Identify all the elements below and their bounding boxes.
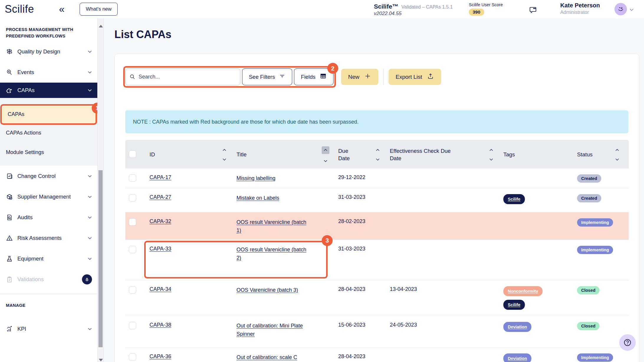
sidebar-item-capas[interactable]: CAPAs xyxy=(0,83,97,98)
sort-asc-icon[interactable] xyxy=(374,148,381,153)
chevron-down-icon xyxy=(88,70,92,75)
box-check-icon xyxy=(6,193,13,200)
capa-id-link[interactable]: CAPA-32 xyxy=(150,218,171,224)
tags-cell: Scilife xyxy=(503,188,576,212)
sidebar-item-risk-assessments[interactable]: Risk Assessments xyxy=(0,228,97,248)
tag-nonconformity[interactable]: Nonconformity xyxy=(503,286,543,296)
capa-title-link[interactable]: Out of calibration: Mini Plate Spinner xyxy=(236,322,311,338)
whats-new-label: What's new xyxy=(86,6,111,12)
sort-asc-icon[interactable] xyxy=(221,148,228,153)
tag-deviation[interactable]: Deviation xyxy=(503,322,531,332)
sidebar-item-audits[interactable]: Audits xyxy=(0,207,97,228)
capa-title-link[interactable]: OOS result Varenicline (batch 2) xyxy=(236,246,311,262)
user-avatar[interactable] xyxy=(615,3,627,15)
sidebar-nav: PROCESS MANAGEMENT WITH PREDEFINED WORKF… xyxy=(0,18,97,362)
sort-desc-icon[interactable] xyxy=(322,159,329,163)
capa-id-link[interactable]: CAPA-33 xyxy=(150,246,171,252)
fields-button[interactable]: Fields xyxy=(294,68,333,85)
see-filters-button[interactable]: See Filters xyxy=(242,68,292,85)
sidebar-item-label: Events xyxy=(17,69,88,76)
capa-title-link[interactable]: OOS result Varenicline (batch 1) xyxy=(236,218,311,235)
tag-scilife[interactable]: Scilife xyxy=(503,194,525,204)
status-badge: Created xyxy=(577,174,601,183)
column-header-id[interactable]: ID xyxy=(149,142,236,167)
sidebar-item-quality-by-design[interactable]: Quality by Design xyxy=(0,41,97,62)
scrollbar-down-arrow[interactable] xyxy=(99,359,103,361)
row-checkbox[interactable] xyxy=(129,322,136,329)
sort-desc-icon[interactable] xyxy=(221,157,228,162)
scrollbar-thumb[interactable] xyxy=(98,170,103,347)
new-capa-button[interactable]: New xyxy=(341,69,378,85)
sidebar-item-validations[interactable]: Validations xyxy=(0,269,97,290)
sidebar-mid-items: Change ControlSupplier ManagementAuditsR… xyxy=(0,166,97,269)
capa-title-link[interactable]: Mistake on Labels xyxy=(236,194,279,202)
submenu-item-module-settings-label: Module Settings xyxy=(6,149,44,155)
scrollbar-up-arrow[interactable] xyxy=(99,25,103,27)
capa-title-link[interactable]: OOS Varenicline (batch 3) xyxy=(236,286,298,294)
capa-id-link[interactable]: CAPA-27 xyxy=(150,194,171,200)
select-all-checkbox[interactable] xyxy=(129,150,136,158)
sidebar-item-events[interactable]: Events xyxy=(0,62,97,83)
sort-asc-icon[interactable] xyxy=(488,148,494,153)
sidebar-item-supplier-management[interactable]: Supplier Management xyxy=(0,186,97,207)
capa-title-link[interactable]: Out of calibration: scale C xyxy=(236,353,297,362)
row-checkbox[interactable] xyxy=(129,353,136,361)
user-menu-chevron-icon[interactable] xyxy=(629,7,634,12)
sort-desc-icon[interactable] xyxy=(374,157,381,162)
search-icon xyxy=(129,73,136,81)
sidebar-scrollbar[interactable] xyxy=(97,18,104,362)
capa-title-link[interactable]: Missing labelling xyxy=(236,174,275,183)
product-info: Scilife™ Validated – CAPAs 1.5.1 v2022.0… xyxy=(374,3,453,17)
capa-id-link[interactable]: CAPA-36 xyxy=(150,353,171,359)
sort-controls-due-date xyxy=(374,148,381,162)
sidebar-item-label: Risk Assessments xyxy=(17,235,88,241)
column-header-status[interactable]: Status xyxy=(576,142,629,167)
column-label-title: Title xyxy=(236,151,247,158)
row-checkbox[interactable] xyxy=(129,286,136,294)
whats-new-button[interactable]: What's new xyxy=(80,3,118,16)
sidebar-item-change-control[interactable]: Change Control xyxy=(0,166,97,186)
sort-desc-icon[interactable] xyxy=(488,157,494,162)
row-checkbox[interactable] xyxy=(129,174,136,182)
capa-id-link[interactable]: CAPA-17 xyxy=(150,174,171,180)
tag-scilife[interactable]: Scilife xyxy=(503,300,525,310)
capa-id-link[interactable]: CAPA-38 xyxy=(150,322,171,328)
sort-asc-icon-active[interactable] xyxy=(322,146,329,154)
feedback-chat-icon[interactable] xyxy=(529,5,538,15)
row-checkbox[interactable] xyxy=(129,218,136,226)
sidebar-top-items: Quality by DesignEvents xyxy=(0,41,97,83)
column-label-status: Status xyxy=(577,151,592,158)
export-list-button[interactable]: Export List xyxy=(389,69,441,85)
table-row-capa-32: CAPA-32OOS result Varenicline (batch 1)2… xyxy=(125,212,629,240)
sidebar-item-equipment[interactable]: Equipment xyxy=(0,248,97,269)
column-header-effectiveness[interactable]: Effectiveness Check Due Date xyxy=(389,142,503,167)
tag-deviation[interactable]: Deviation xyxy=(503,353,531,362)
column-header-tags: Tags xyxy=(503,145,576,163)
submenu-item-module-settings[interactable]: Module Settings xyxy=(0,143,97,162)
effectiveness-date-cell xyxy=(389,348,503,362)
status-cell: Implementing xyxy=(576,212,629,240)
table-row-capa-17: CAPA-17Missing labelling29-12-2022Create… xyxy=(125,168,629,188)
chevron-down-icon xyxy=(88,173,92,179)
submenu-item-capas-actions[interactable]: CAPAs Actions xyxy=(0,123,97,143)
overdue-note-text: NOTE : CAPAs marked with Red background … xyxy=(133,119,359,125)
column-header-title[interactable]: Title xyxy=(236,140,338,168)
submenu-item-capas[interactable]: CAPAs 1 xyxy=(2,106,96,123)
effectiveness-date-cell xyxy=(389,212,503,240)
capa-id-cell: CAPA-33 xyxy=(149,240,236,280)
effectiveness-date-cell: 24-05-2023 xyxy=(389,316,503,347)
capa-title-cell: Mistake on Labels xyxy=(236,188,338,212)
sort-asc-icon[interactable] xyxy=(614,148,620,153)
sidebar-item-capas-label: CAPAs xyxy=(17,87,88,94)
table-grid-icon xyxy=(320,73,327,81)
row-checkbox[interactable] xyxy=(129,194,136,202)
capa-id-link[interactable]: CAPA-34 xyxy=(150,286,171,292)
search-input[interactable] xyxy=(125,68,240,85)
column-header-due-date[interactable]: Due Date xyxy=(338,142,389,167)
sort-desc-icon[interactable] xyxy=(614,157,620,162)
warning-triangle-icon xyxy=(6,235,13,242)
sidebar-collapse-icon[interactable]: « xyxy=(59,2,65,15)
sidebar-item-kpi[interactable]: KPI xyxy=(0,319,97,339)
row-checkbox[interactable] xyxy=(129,246,136,253)
help-button[interactable] xyxy=(619,334,636,351)
